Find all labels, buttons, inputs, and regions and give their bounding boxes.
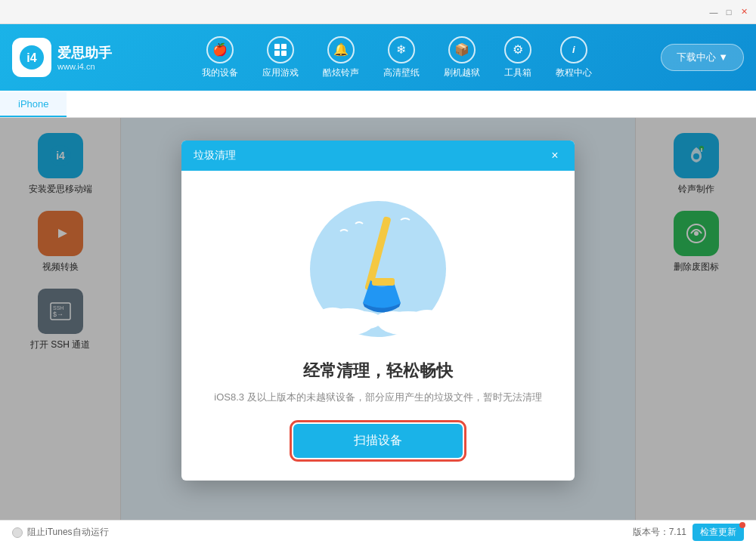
nav-apps-games[interactable]: 应用游戏 [253, 32, 308, 84]
svg-point-24 [411, 310, 444, 328]
tab-bar: iPhone [0, 91, 756, 118]
nav-items: 🍎 我的设备 应用游戏 🔔 酷炫铃声 ❄ 高清壁纸 📦 刷机越狱 ⚙ 工具箱 i… [133, 32, 661, 84]
nav-jailbreak[interactable]: 📦 刷机越狱 [435, 32, 489, 84]
dialog-body: 经常清理，轻松畅快 iOS8.3 及以上版本的未越狱设备，部分应用产生的垃圾文件… [181, 171, 575, 481]
itunes-status-indicator [12, 527, 23, 538]
my-device-icon: 🍎 [206, 36, 234, 63]
cleanup-dialog: 垃圾清理 × [181, 141, 575, 481]
svg-text:i4: i4 [26, 51, 36, 64]
dialog-main-text: 经常清理，轻松畅快 [303, 360, 453, 382]
dialog-sub-text: iOS8.3 及以上版本的未越狱设备，部分应用产生的垃圾文件，暂时无法清理 [214, 390, 541, 406]
scan-device-button[interactable]: 扫描设备 [293, 424, 463, 458]
broom-illustration [302, 193, 454, 345]
download-center-button[interactable]: 下载中心 ▼ [661, 44, 744, 71]
nav-my-device[interactable]: 🍎 我的设备 [193, 32, 247, 84]
main-content: i4 安装爱思移动端 视频转换 SSH $→ 打开 SSH [0, 118, 756, 520]
version-label: 版本号：7.11 [633, 526, 686, 539]
maximize-button[interactable]: □ [723, 6, 735, 18]
update-notification-dot [739, 522, 745, 528]
status-bar: 阻止iTunes自动运行 版本号：7.11 检查更新 [0, 520, 756, 544]
nav-tutorials[interactable]: i 教程中心 [547, 32, 601, 84]
svg-rect-4 [274, 51, 280, 56]
header: i4 爱思助手 www.i4.cn 🍎 我的设备 应用游戏 🔔 酷炫铃声 ❄ 高… [0, 24, 756, 91]
title-bar: — □ ✕ [0, 0, 756, 24]
logo-icon: i4 [12, 38, 51, 77]
svg-rect-5 [281, 51, 287, 56]
svg-rect-2 [274, 44, 280, 49]
jailbreak-icon: 📦 [448, 36, 476, 63]
tab-iphone[interactable]: iPhone [0, 92, 67, 117]
nav-toolbox[interactable]: ⚙ 工具箱 [495, 32, 541, 84]
svg-rect-26 [372, 278, 395, 286]
logo-text: 爱思助手 www.i4.cn [57, 44, 112, 71]
nav-wallpaper[interactable]: ❄ 高清壁纸 [374, 32, 429, 84]
apps-games-icon [267, 36, 294, 63]
toolbox-icon: ⚙ [504, 36, 531, 63]
ringtones-icon: 🔔 [327, 36, 355, 63]
logo-area: i4 爱思助手 www.i4.cn [12, 38, 133, 77]
status-left: 阻止iTunes自动运行 [12, 526, 109, 539]
svg-point-23 [374, 311, 412, 329]
nav-ringtones[interactable]: 🔔 酷炫铃声 [314, 32, 368, 84]
close-window-button[interactable]: ✕ [738, 6, 750, 18]
itunes-status-text: 阻止iTunes自动运行 [27, 526, 109, 539]
dialog-close-button[interactable]: × [547, 148, 562, 163]
wallpaper-icon: ❄ [388, 36, 415, 63]
tutorials-icon: i [560, 36, 587, 63]
dialog-title-bar: 垃圾清理 × [181, 141, 575, 171]
check-update-button[interactable]: 检查更新 [692, 524, 744, 541]
svg-point-20 [316, 308, 349, 329]
minimize-button[interactable]: — [708, 6, 720, 18]
dialog-title-text: 垃圾清理 [194, 149, 236, 162]
status-right: 版本号：7.11 检查更新 [633, 524, 744, 541]
svg-rect-3 [281, 44, 287, 49]
